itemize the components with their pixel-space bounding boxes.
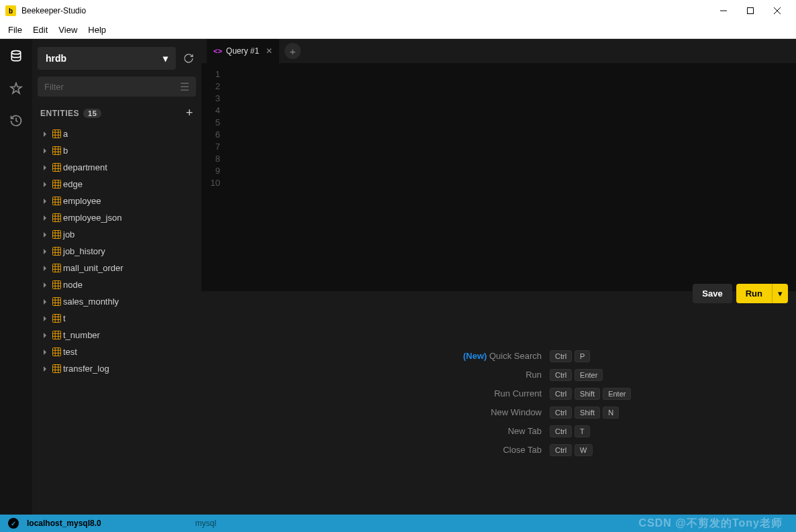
keyboard-key: W bbox=[575, 444, 592, 456]
table-icon bbox=[50, 280, 63, 289]
status-connection[interactable]: localhost_mysql8.0 bbox=[27, 519, 101, 528]
window-titlebar: b Beekeeper-Studio bbox=[0, 0, 796, 21]
window-minimize-button[interactable] bbox=[710, 1, 737, 20]
table-icon bbox=[50, 348, 63, 356]
keyboard-key: Ctrl bbox=[550, 350, 572, 362]
svg-rect-55 bbox=[52, 297, 60, 305]
iconbar-history[interactable] bbox=[7, 111, 26, 130]
main-area: <> Query #1 ✕ + 12345678910 Save Run ▾ (… bbox=[201, 39, 796, 515]
keyboard-key: Enter bbox=[603, 388, 631, 400]
svg-rect-1 bbox=[748, 8, 754, 14]
entity-item[interactable]: b bbox=[38, 142, 196, 159]
window-close-button[interactable] bbox=[764, 1, 791, 20]
chevron-right-icon bbox=[40, 266, 50, 271]
sidebar: hrdb ▾ ☰ ENTITIES 15 + a b department bbox=[32, 39, 201, 515]
svg-rect-45 bbox=[52, 264, 60, 272]
filter-input[interactable] bbox=[44, 82, 180, 92]
menu-view[interactable]: View bbox=[53, 23, 83, 36]
entity-item[interactable]: t_number bbox=[38, 327, 196, 343]
entity-name: sales_monthly bbox=[63, 297, 119, 307]
code-icon: <> bbox=[213, 47, 222, 55]
entity-item[interactable]: edge bbox=[38, 176, 196, 193]
chevron-right-icon bbox=[40, 316, 50, 321]
menu-file[interactable]: File bbox=[3, 23, 28, 36]
entity-item[interactable]: a bbox=[38, 125, 196, 142]
chevron-right-icon bbox=[40, 232, 50, 237]
run-dropdown-button[interactable]: ▾ bbox=[772, 284, 788, 303]
entity-item[interactable]: sales_monthly bbox=[38, 293, 196, 310]
svg-rect-20 bbox=[52, 180, 60, 188]
tab-close-button[interactable]: ✕ bbox=[266, 46, 272, 56]
refresh-icon bbox=[183, 53, 194, 64]
entity-name: employee_json bbox=[63, 213, 121, 223]
window-maximize-button[interactable] bbox=[737, 1, 764, 20]
filter-options-icon[interactable]: ☰ bbox=[180, 81, 189, 93]
tab-query-1[interactable]: <> Query #1 ✕ bbox=[207, 39, 279, 63]
editor-body[interactable] bbox=[226, 63, 796, 291]
svg-rect-40 bbox=[52, 247, 60, 255]
database-select[interactable]: hrdb ▾ bbox=[38, 47, 176, 70]
entity-item[interactable]: department bbox=[38, 159, 196, 176]
entity-item[interactable]: t bbox=[38, 310, 196, 327]
chevron-right-icon bbox=[40, 366, 50, 372]
entity-item[interactable]: employee bbox=[38, 193, 196, 209]
keyboard-key: Ctrl bbox=[550, 407, 572, 419]
entity-item[interactable]: job bbox=[38, 226, 196, 243]
table-icon bbox=[50, 364, 63, 373]
chevron-right-icon bbox=[40, 182, 50, 187]
keyboard-key: Ctrl bbox=[550, 388, 572, 400]
chevron-right-icon bbox=[40, 282, 50, 288]
add-entity-button[interactable]: + bbox=[186, 106, 193, 120]
entity-name: edge bbox=[63, 179, 83, 189]
database-icon bbox=[9, 50, 23, 63]
entity-item[interactable]: test bbox=[38, 343, 196, 360]
results-panel: (New) Quick SearchCtrlPRunCtrlEnterRun C… bbox=[201, 291, 796, 515]
svg-rect-10 bbox=[52, 146, 60, 154]
iconbar-favorites[interactable] bbox=[7, 79, 26, 98]
entity-name: transfer_log bbox=[63, 364, 109, 374]
entity-name: b bbox=[63, 146, 68, 156]
svg-rect-65 bbox=[52, 331, 60, 339]
keyboard-key: Shift bbox=[575, 388, 600, 400]
tabbar: <> Query #1 ✕ + bbox=[201, 39, 796, 63]
table-icon bbox=[50, 247, 63, 256]
chevron-right-icon bbox=[40, 131, 50, 137]
menu-edit[interactable]: Edit bbox=[28, 23, 53, 36]
iconbar-database[interactable] bbox=[7, 47, 26, 66]
entity-name: a bbox=[63, 129, 68, 139]
entities-header: ENTITIES 15 + bbox=[38, 106, 196, 125]
keyboard-key: T bbox=[575, 425, 590, 437]
chevron-right-icon bbox=[40, 249, 50, 254]
database-select-label: hrdb bbox=[46, 53, 163, 64]
window-title: Beekeeper-Studio bbox=[21, 6, 710, 15]
entity-name: department bbox=[63, 162, 107, 172]
chevron-right-icon bbox=[40, 148, 50, 154]
iconbar bbox=[0, 39, 32, 515]
save-button[interactable]: Save bbox=[693, 284, 732, 303]
entity-name: node bbox=[63, 280, 83, 290]
entity-item[interactable]: employee_json bbox=[38, 209, 196, 226]
svg-rect-35 bbox=[52, 230, 60, 238]
entity-item[interactable]: transfer_log bbox=[38, 360, 196, 377]
entity-item[interactable]: mall_unit_order bbox=[38, 260, 196, 276]
table-icon bbox=[50, 180, 63, 189]
entity-item[interactable]: node bbox=[38, 276, 196, 293]
run-button[interactable]: Run bbox=[736, 284, 772, 303]
shortcuts-list: (New) Quick SearchCtrlPRunCtrlEnterRun C… bbox=[434, 350, 644, 456]
sql-editor[interactable]: 12345678910 Save Run ▾ bbox=[201, 63, 796, 291]
menu-help[interactable]: Help bbox=[83, 23, 111, 36]
table-icon bbox=[50, 331, 63, 339]
chevron-down-icon: ▾ bbox=[163, 53, 168, 64]
filter-box[interactable]: ☰ bbox=[38, 76, 196, 97]
watermark: CSDN @不剪发的Tony老师 bbox=[639, 517, 788, 531]
entity-name: t_number bbox=[63, 330, 100, 340]
refresh-button[interactable] bbox=[181, 51, 196, 66]
entity-item[interactable]: job_history bbox=[38, 243, 196, 260]
add-tab-button[interactable]: + bbox=[285, 43, 301, 59]
keyboard-key: Shift bbox=[575, 407, 600, 419]
table-icon bbox=[50, 146, 63, 155]
entity-name: employee bbox=[63, 196, 101, 206]
table-icon bbox=[50, 297, 63, 306]
table-icon bbox=[50, 230, 63, 239]
entities-count: 15 bbox=[83, 109, 101, 118]
